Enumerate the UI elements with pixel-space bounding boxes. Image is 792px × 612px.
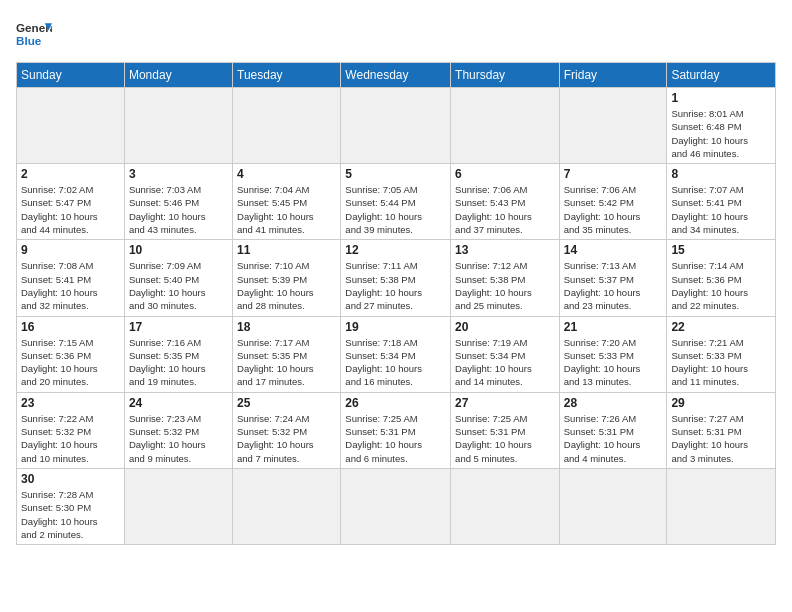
calendar-day-cell: 21Sunrise: 7:20 AMSunset: 5:33 PMDayligh…	[559, 316, 667, 392]
weekday-header-saturday: Saturday	[667, 63, 776, 88]
calendar-day-cell: 12Sunrise: 7:11 AMSunset: 5:38 PMDayligh…	[341, 240, 451, 316]
calendar-day-cell: 18Sunrise: 7:17 AMSunset: 5:35 PMDayligh…	[233, 316, 341, 392]
calendar-day-cell	[124, 468, 232, 544]
day-number: 18	[237, 320, 336, 334]
calendar-week-row: 1Sunrise: 8:01 AMSunset: 6:48 PMDaylight…	[17, 88, 776, 164]
weekday-header-thursday: Thursday	[451, 63, 560, 88]
calendar-day-cell	[667, 468, 776, 544]
day-info: Sunrise: 7:28 AMSunset: 5:30 PMDaylight:…	[21, 488, 120, 541]
day-number: 1	[671, 91, 771, 105]
calendar-week-row: 23Sunrise: 7:22 AMSunset: 5:32 PMDayligh…	[17, 392, 776, 468]
calendar-day-cell: 2Sunrise: 7:02 AMSunset: 5:47 PMDaylight…	[17, 164, 125, 240]
calendar-week-row: 2Sunrise: 7:02 AMSunset: 5:47 PMDaylight…	[17, 164, 776, 240]
calendar-day-cell: 28Sunrise: 7:26 AMSunset: 5:31 PMDayligh…	[559, 392, 667, 468]
day-number: 28	[564, 396, 663, 410]
calendar-day-cell: 17Sunrise: 7:16 AMSunset: 5:35 PMDayligh…	[124, 316, 232, 392]
calendar-day-cell: 7Sunrise: 7:06 AMSunset: 5:42 PMDaylight…	[559, 164, 667, 240]
calendar-day-cell: 4Sunrise: 7:04 AMSunset: 5:45 PMDaylight…	[233, 164, 341, 240]
day-number: 8	[671, 167, 771, 181]
calendar-week-row: 9Sunrise: 7:08 AMSunset: 5:41 PMDaylight…	[17, 240, 776, 316]
calendar-day-cell	[233, 468, 341, 544]
day-number: 24	[129, 396, 228, 410]
calendar-day-cell: 6Sunrise: 7:06 AMSunset: 5:43 PMDaylight…	[451, 164, 560, 240]
day-info: Sunrise: 7:08 AMSunset: 5:41 PMDaylight:…	[21, 259, 120, 312]
calendar-day-cell: 30Sunrise: 7:28 AMSunset: 5:30 PMDayligh…	[17, 468, 125, 544]
day-info: Sunrise: 7:07 AMSunset: 5:41 PMDaylight:…	[671, 183, 771, 236]
day-info: Sunrise: 7:18 AMSunset: 5:34 PMDaylight:…	[345, 336, 446, 389]
calendar-day-cell: 27Sunrise: 7:25 AMSunset: 5:31 PMDayligh…	[451, 392, 560, 468]
day-info: Sunrise: 7:02 AMSunset: 5:47 PMDaylight:…	[21, 183, 120, 236]
calendar-day-cell: 29Sunrise: 7:27 AMSunset: 5:31 PMDayligh…	[667, 392, 776, 468]
day-info: Sunrise: 7:03 AMSunset: 5:46 PMDaylight:…	[129, 183, 228, 236]
day-number: 19	[345, 320, 446, 334]
day-number: 2	[21, 167, 120, 181]
day-number: 11	[237, 243, 336, 257]
day-info: Sunrise: 7:11 AMSunset: 5:38 PMDaylight:…	[345, 259, 446, 312]
day-number: 20	[455, 320, 555, 334]
calendar-day-cell: 14Sunrise: 7:13 AMSunset: 5:37 PMDayligh…	[559, 240, 667, 316]
calendar-day-cell	[17, 88, 125, 164]
day-number: 23	[21, 396, 120, 410]
calendar-day-cell: 11Sunrise: 7:10 AMSunset: 5:39 PMDayligh…	[233, 240, 341, 316]
day-info: Sunrise: 7:04 AMSunset: 5:45 PMDaylight:…	[237, 183, 336, 236]
day-info: Sunrise: 7:20 AMSunset: 5:33 PMDaylight:…	[564, 336, 663, 389]
calendar-day-cell: 22Sunrise: 7:21 AMSunset: 5:33 PMDayligh…	[667, 316, 776, 392]
calendar-body: 1Sunrise: 8:01 AMSunset: 6:48 PMDaylight…	[17, 88, 776, 545]
page: General Blue SundayMondayTuesdayWednesda…	[0, 0, 792, 561]
day-info: Sunrise: 7:25 AMSunset: 5:31 PMDaylight:…	[345, 412, 446, 465]
calendar-day-cell: 23Sunrise: 7:22 AMSunset: 5:32 PMDayligh…	[17, 392, 125, 468]
calendar-day-cell	[233, 88, 341, 164]
calendar-day-cell: 16Sunrise: 7:15 AMSunset: 5:36 PMDayligh…	[17, 316, 125, 392]
weekday-header-sunday: Sunday	[17, 63, 125, 88]
day-number: 14	[564, 243, 663, 257]
day-number: 12	[345, 243, 446, 257]
calendar-day-cell: 19Sunrise: 7:18 AMSunset: 5:34 PMDayligh…	[341, 316, 451, 392]
header: General Blue	[16, 16, 776, 52]
day-number: 7	[564, 167, 663, 181]
day-info: Sunrise: 7:19 AMSunset: 5:34 PMDaylight:…	[455, 336, 555, 389]
calendar-day-cell: 1Sunrise: 8:01 AMSunset: 6:48 PMDaylight…	[667, 88, 776, 164]
weekday-header-wednesday: Wednesday	[341, 63, 451, 88]
svg-text:Blue: Blue	[16, 34, 42, 47]
day-info: Sunrise: 7:27 AMSunset: 5:31 PMDaylight:…	[671, 412, 771, 465]
day-info: Sunrise: 7:13 AMSunset: 5:37 PMDaylight:…	[564, 259, 663, 312]
day-number: 13	[455, 243, 555, 257]
day-info: Sunrise: 7:09 AMSunset: 5:40 PMDaylight:…	[129, 259, 228, 312]
calendar-day-cell: 13Sunrise: 7:12 AMSunset: 5:38 PMDayligh…	[451, 240, 560, 316]
logo: General Blue	[16, 16, 52, 52]
calendar-day-cell: 9Sunrise: 7:08 AMSunset: 5:41 PMDaylight…	[17, 240, 125, 316]
day-info: Sunrise: 7:26 AMSunset: 5:31 PMDaylight:…	[564, 412, 663, 465]
day-number: 15	[671, 243, 771, 257]
calendar-day-cell	[124, 88, 232, 164]
day-info: Sunrise: 7:22 AMSunset: 5:32 PMDaylight:…	[21, 412, 120, 465]
day-info: Sunrise: 7:21 AMSunset: 5:33 PMDaylight:…	[671, 336, 771, 389]
weekday-header-monday: Monday	[124, 63, 232, 88]
calendar-day-cell: 3Sunrise: 7:03 AMSunset: 5:46 PMDaylight…	[124, 164, 232, 240]
day-info: Sunrise: 7:24 AMSunset: 5:32 PMDaylight:…	[237, 412, 336, 465]
day-number: 26	[345, 396, 446, 410]
day-number: 10	[129, 243, 228, 257]
day-info: Sunrise: 7:23 AMSunset: 5:32 PMDaylight:…	[129, 412, 228, 465]
day-number: 4	[237, 167, 336, 181]
day-number: 6	[455, 167, 555, 181]
calendar-day-cell	[559, 88, 667, 164]
day-info: Sunrise: 7:16 AMSunset: 5:35 PMDaylight:…	[129, 336, 228, 389]
generalblue-logo-icon: General Blue	[16, 16, 52, 52]
day-number: 22	[671, 320, 771, 334]
calendar-day-cell	[451, 468, 560, 544]
calendar-day-cell: 15Sunrise: 7:14 AMSunset: 5:36 PMDayligh…	[667, 240, 776, 316]
calendar-week-row: 30Sunrise: 7:28 AMSunset: 5:30 PMDayligh…	[17, 468, 776, 544]
calendar-day-cell: 25Sunrise: 7:24 AMSunset: 5:32 PMDayligh…	[233, 392, 341, 468]
calendar-day-cell	[451, 88, 560, 164]
day-info: Sunrise: 7:06 AMSunset: 5:43 PMDaylight:…	[455, 183, 555, 236]
calendar-day-cell: 8Sunrise: 7:07 AMSunset: 5:41 PMDaylight…	[667, 164, 776, 240]
weekday-header-row: SundayMondayTuesdayWednesdayThursdayFrid…	[17, 63, 776, 88]
calendar-day-cell: 5Sunrise: 7:05 AMSunset: 5:44 PMDaylight…	[341, 164, 451, 240]
calendar-day-cell: 26Sunrise: 7:25 AMSunset: 5:31 PMDayligh…	[341, 392, 451, 468]
weekday-header-friday: Friday	[559, 63, 667, 88]
day-info: Sunrise: 8:01 AMSunset: 6:48 PMDaylight:…	[671, 107, 771, 160]
day-number: 21	[564, 320, 663, 334]
day-number: 27	[455, 396, 555, 410]
day-info: Sunrise: 7:12 AMSunset: 5:38 PMDaylight:…	[455, 259, 555, 312]
day-number: 3	[129, 167, 228, 181]
